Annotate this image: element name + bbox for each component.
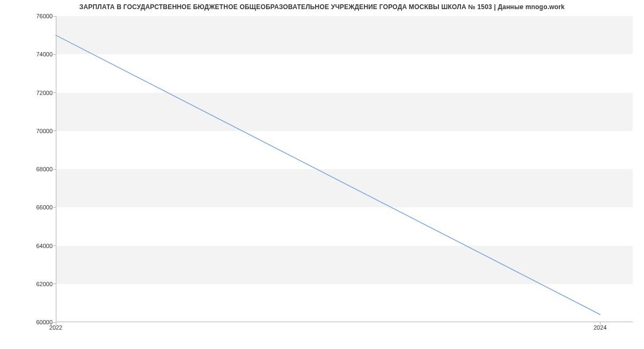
y-tick (53, 283, 56, 284)
line-layer (56, 16, 633, 322)
chart-container: ЗАРПЛАТА В ГОСУДАРСТВЕННОЕ БЮДЖЕТНОЕ ОБЩ… (0, 0, 644, 349)
y-tick (53, 54, 56, 55)
y-tick-label: 76000 (36, 13, 53, 19)
y-tick (53, 207, 56, 208)
y-tick-label: 66000 (36, 204, 53, 210)
y-tick (53, 92, 56, 93)
plot-area (56, 16, 633, 322)
chart-title: ЗАРПЛАТА В ГОСУДАРСТВЕННОЕ БЮДЖЕТНОЕ ОБЩ… (0, 3, 644, 11)
y-tick-label: 74000 (36, 51, 53, 57)
y-tick-label: 68000 (36, 166, 53, 172)
x-tick-label: 2024 (594, 324, 606, 331)
y-tick (53, 16, 56, 17)
x-tick-label: 2022 (49, 324, 62, 331)
y-tick-label: 72000 (36, 90, 53, 96)
y-tick (53, 245, 56, 246)
y-tick-label: 70000 (36, 128, 53, 134)
y-tick (53, 130, 56, 131)
y-tick (53, 169, 56, 170)
y-tick-label: 62000 (36, 281, 53, 287)
y-tick-label: 64000 (36, 243, 53, 249)
series-line (56, 35, 600, 315)
